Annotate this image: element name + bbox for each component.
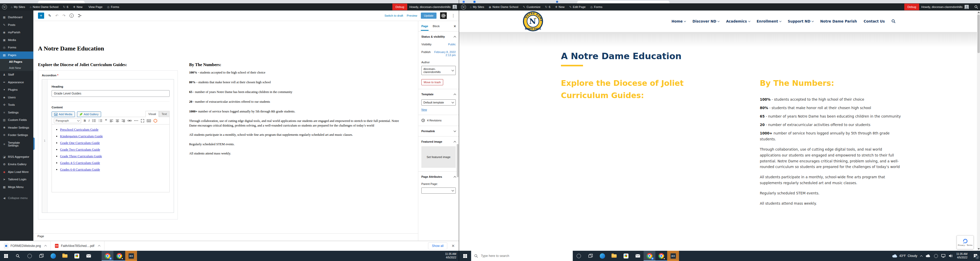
sidebar-item[interactable]: ✎Posts [0, 21, 33, 29]
mail-icon[interactable] [83, 251, 94, 261]
move-to-trash-button[interactable]: Move to trash [422, 79, 443, 85]
admin-bar-item[interactable]: ↻6 [61, 3, 70, 11]
task-view-icon[interactable] [585, 251, 597, 261]
tray-overflow-chevron-icon[interactable] [920, 255, 923, 258]
admin-bar-item[interactable]: ⌂My Sites [9, 3, 27, 11]
scroll-down-arrow-icon[interactable] [978, 248, 980, 250]
admin-bar-item[interactable]: View Page [86, 3, 105, 11]
admin-bar-item[interactable]: ◉Notre Dame School [487, 3, 520, 11]
sidebar-item[interactable]: ♟Staff [0, 71, 33, 79]
nav-item[interactable]: Academics [726, 19, 750, 23]
3cx-app-icon[interactable]: 3CX [125, 251, 137, 261]
start-button[interactable] [0, 251, 12, 261]
sidebar-item[interactable]: ▣Media [0, 36, 33, 44]
debug-badge[interactable]: Debug [904, 3, 919, 10]
read-more-icon[interactable] [134, 119, 138, 122]
browser-tab[interactable] [577, 1, 670, 3]
admin-bar-item[interactable]: ⌂My Sites [468, 3, 486, 11]
sidebar-item[interactable]: ◎Forms [0, 44, 33, 52]
curriculum-guide-link[interactable]: Grade Two Curriculum Guide [60, 147, 100, 151]
template-header[interactable]: Template [422, 93, 456, 96]
italic-icon[interactable]: I [89, 119, 89, 123]
admin-bar-item[interactable]: ✚New [553, 3, 566, 11]
chrome-profile-r-icon[interactable]: R [102, 251, 113, 261]
curriculum-guide-link[interactable]: Grade One Curriculum Guide [60, 141, 100, 145]
pinned-tab-favicon[interactable] [473, 1, 476, 3]
curriculum-guide-link[interactable]: Grades 6-8 Curriculum Guide [60, 168, 100, 171]
revisions-row[interactable]: 4 Revisions [422, 119, 456, 122]
3cx-app-icon[interactable]: 3CX [667, 251, 679, 261]
sidebar-item[interactable]: ✒Appearance [0, 79, 33, 86]
taskbar-clock[interactable]: 11:35 AM4/5/2022 [956, 252, 970, 259]
visibility-value[interactable]: Public [448, 43, 456, 46]
curriculum-guide-link[interactable]: Preschool Curriculum Guide [60, 128, 98, 131]
howdy-user-menu[interactable]: Howdy, diocesan-clarendonhills [921, 5, 963, 8]
sidebar-item[interactable]: ✱Header Settings [0, 124, 33, 132]
notification-center-icon[interactable]: 1 [973, 254, 978, 258]
add-block-button[interactable]: + [38, 13, 44, 19]
parent-page-select[interactable] [422, 188, 456, 194]
editor-canvas[interactable]: A Notre Dame Education Explore the Dioce… [33, 21, 418, 241]
sidebar-item[interactable]: All Pages [0, 59, 33, 65]
set-featured-image-button[interactable]: Set featured image [422, 146, 456, 168]
settings-gear-icon[interactable] [440, 12, 447, 19]
featured-image-header[interactable]: Featured image [422, 140, 456, 143]
row-drag-handle[interactable]: 1 [42, 79, 48, 213]
search-input[interactable] [480, 254, 570, 258]
download-options-chevron-icon[interactable] [45, 245, 47, 248]
nav-item[interactable]: Contact Us [864, 19, 885, 23]
admin-bar-item[interactable]: ✚New [71, 3, 84, 11]
task-view-icon[interactable] [35, 251, 47, 261]
pinned-tab-favicon[interactable] [463, 1, 465, 3]
sidebar-item[interactable]: ✿Envira Gallery [0, 161, 33, 168]
admin-bar-item[interactable]: ✎Customize [521, 3, 542, 11]
sidebar-item[interactable]: ◪RSS Aggregator [0, 153, 33, 161]
browser-scrollbar[interactable] [977, 11, 980, 251]
wordpress-logo-icon[interactable]: W [2, 5, 7, 9]
align-right-icon[interactable] [122, 119, 125, 122]
chrome-profile-2-icon[interactable]: ★ [655, 251, 667, 261]
fullscreen-icon[interactable] [141, 119, 144, 122]
nav-item[interactable]: Support ND [788, 19, 813, 23]
wysiwyg-content-area[interactable]: Preschool Curriculum Guide Kindergarten … [52, 125, 169, 192]
taskbar-weather[interactable]: 43°FCloudy [892, 254, 917, 258]
admin-bar-search-icon[interactable] [974, 5, 978, 9]
file-explorer-icon[interactable] [608, 251, 620, 261]
admin-bar-item[interactable]: ◎Forms [105, 3, 121, 11]
onedrive-icon[interactable] [926, 254, 931, 258]
sidebar-item[interactable]: ▤Pages [0, 52, 33, 59]
undo-icon[interactable]: ↶ [56, 14, 59, 18]
sidebar-item[interactable]: Add New [0, 65, 33, 71]
nav-item[interactable]: Home [671, 19, 686, 23]
notre-dame-logo[interactable]: NOTRE DAME NORTH STARS N ★ [523, 11, 543, 32]
sidebar-item[interactable]: ▩Mega Menu [0, 183, 33, 191]
add-media-button[interactable]: Add Media [52, 111, 75, 117]
network-icon[interactable] [941, 254, 945, 258]
link-icon[interactable] [127, 119, 132, 122]
microsoft-store-icon[interactable] [71, 251, 83, 261]
admin-bar-item[interactable]: ↻6 [543, 3, 552, 11]
sidebar-item[interactable]: ◀Collapse menu [0, 195, 33, 202]
nav-item[interactable]: Notre Dame Parish [820, 19, 857, 23]
admin-bar-item[interactable]: ⌂Notre Dame School [28, 3, 60, 11]
paragraph-style-select[interactable]: Paragraph [54, 118, 81, 123]
taskbar-search-icon[interactable] [12, 251, 24, 261]
redo-icon[interactable]: ↷ [62, 14, 65, 18]
taskbar-clock[interactable]: 11:35 AM4/5/2022 [445, 252, 459, 259]
sidebar-item[interactable]: ✦Plugins [0, 86, 33, 94]
edge-icon[interactable] [597, 251, 608, 261]
settings-scrollbar-thumb[interactable] [457, 144, 458, 177]
formidable-forms-icon[interactable] [153, 119, 157, 123]
page-attributes-header[interactable]: Page Attributes [422, 175, 456, 178]
close-settings-icon[interactable]: ✕ [453, 24, 456, 28]
nav-item[interactable]: Enrollment [757, 19, 781, 23]
download-item-pdf[interactable]: PDF FaithAlive78Sched....pdf [51, 241, 104, 251]
editor-breadcrumb[interactable]: Page [33, 233, 418, 241]
update-button[interactable]: Update [421, 13, 436, 19]
sidebar-item[interactable]: ◆Ajax Load More [0, 168, 33, 176]
start-button[interactable] [459, 251, 471, 261]
nav-item[interactable]: Discover ND [692, 19, 719, 23]
admin-bar-item[interactable]: ◎Forms [589, 3, 604, 11]
chrome-profile-r-icon[interactable]: R [644, 251, 655, 261]
meet-now-icon[interactable] [934, 254, 938, 258]
